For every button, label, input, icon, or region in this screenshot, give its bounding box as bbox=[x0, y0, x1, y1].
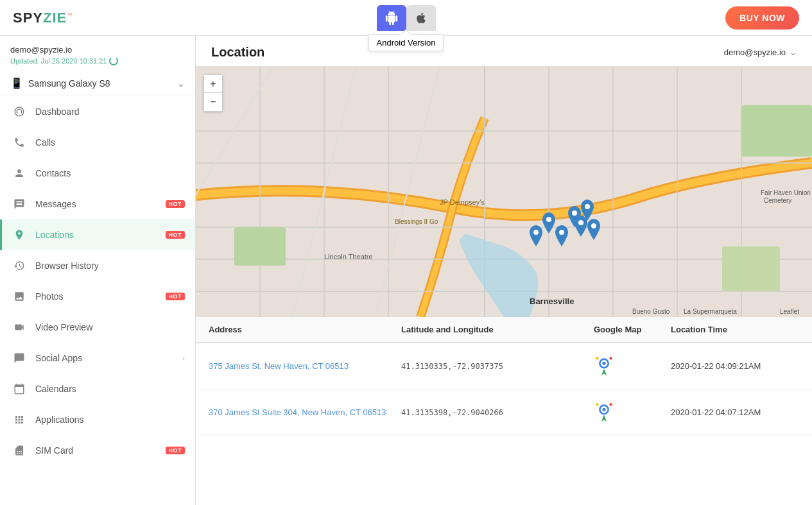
svg-rect-17 bbox=[234, 227, 286, 266]
sidebar-nav: Dashboard Calls Contacts Messages HOT bbox=[0, 96, 195, 466]
hot-badge: HOT bbox=[166, 200, 186, 208]
map-zoom-controls: + − bbox=[203, 74, 223, 112]
svg-text:Fair Haven Union: Fair Haven Union bbox=[761, 189, 811, 196]
photos-icon bbox=[12, 289, 26, 304]
svg-rect-18 bbox=[741, 105, 812, 157]
map-svg: JP Dempsey's Blessings II Go Lincoln The… bbox=[196, 67, 812, 317]
device-selector[interactable]: 📱 Samsung Galaxy S8 ⌄ bbox=[0, 71, 195, 96]
browser-history-icon bbox=[12, 259, 26, 273]
cell-address: 370 James St Suite 304, New Haven, CT 06… bbox=[209, 407, 401, 417]
sidebar-item-label: Contacts bbox=[35, 168, 185, 178]
sidebar-item-browser-history[interactable]: Browser History bbox=[0, 250, 195, 281]
google-maps-icon bbox=[594, 355, 614, 375]
user-email: demo@spyzie.io bbox=[724, 47, 786, 57]
sidebar-item-sim-card[interactable]: SIM Card HOT bbox=[0, 435, 195, 466]
svg-text:Bueno Gusto: Bueno Gusto bbox=[632, 308, 670, 315]
sidebar-user-info: demo@spyzie.io Updated: Jul 25 2020 10:3… bbox=[0, 36, 195, 71]
content-area: Location demo@spyzie.io ⌄ bbox=[196, 36, 812, 505]
svg-text:JP Dempsey's: JP Dempsey's bbox=[440, 198, 485, 206]
hot-badge: HOT bbox=[166, 231, 186, 239]
col-google-map: Google Map bbox=[594, 325, 671, 334]
hot-badge: HOT bbox=[166, 447, 186, 454]
ios-tab[interactable] bbox=[406, 5, 436, 31]
svg-point-34 bbox=[591, 223, 596, 228]
social-apps-icon bbox=[12, 351, 26, 365]
platform-switcher: Android Version bbox=[377, 5, 436, 31]
apple-icon bbox=[415, 12, 428, 24]
svg-text:Blessings II Go: Blessings II Go bbox=[395, 218, 438, 225]
sidebar-item-messages[interactable]: Messages HOT bbox=[0, 189, 195, 219]
calls-icon bbox=[12, 135, 26, 150]
sidebar-item-applications[interactable]: Applications bbox=[0, 404, 195, 435]
content-header: Location demo@spyzie.io ⌄ bbox=[196, 36, 812, 67]
hot-badge: HOT bbox=[166, 293, 186, 300]
svg-text:Barnesville: Barnesville bbox=[530, 296, 574, 306]
sidebar-item-label: Photos bbox=[35, 291, 162, 302]
svg-point-32 bbox=[585, 204, 590, 209]
android-icon bbox=[384, 11, 399, 25]
svg-point-29 bbox=[546, 217, 551, 222]
cell-coords: 41.3130335,-72.9037375 bbox=[401, 362, 594, 371]
sidebar-item-label: Locations bbox=[35, 230, 162, 240]
logo-text: SPYZIE™ bbox=[13, 10, 73, 26]
page-title: Location bbox=[211, 45, 264, 60]
sidebar-item-locations[interactable]: Locations HOT bbox=[0, 219, 195, 250]
sidebar-item-social-apps[interactable]: Social Apps › bbox=[0, 343, 195, 373]
table-row: 370 James St Suite 304, New Haven, CT 06… bbox=[196, 389, 812, 436]
refresh-icon[interactable] bbox=[109, 56, 118, 65]
sidebar-email: demo@spyzie.io bbox=[10, 45, 185, 55]
cell-address: 375 James St, New Haven, CT 06513 bbox=[209, 361, 401, 371]
col-address: Address bbox=[209, 325, 401, 334]
zoom-in-button[interactable]: + bbox=[204, 75, 222, 93]
applications-icon bbox=[12, 413, 26, 427]
svg-point-28 bbox=[533, 230, 539, 235]
table-row: 375 James St, New Haven, CT 06513 41.313… bbox=[196, 343, 812, 389]
sidebar-updated: Updated: Jul 25 2020 10:31:21 bbox=[10, 56, 185, 65]
svg-point-30 bbox=[559, 230, 564, 235]
device-icon: 📱 bbox=[10, 77, 23, 89]
cell-coords: 41.3135398,-72.9040266 bbox=[401, 408, 594, 417]
location-table: Address Latitude and Longitude Google Ma… bbox=[196, 317, 812, 505]
android-tab[interactable] bbox=[377, 5, 406, 31]
sidebar-item-photos[interactable]: Photos HOT bbox=[0, 281, 195, 312]
google-maps-icon bbox=[594, 401, 614, 422]
sidebar-item-label: Dashboard bbox=[35, 107, 185, 117]
col-location-time: Location Time bbox=[671, 325, 799, 334]
user-menu[interactable]: demo@spyzie.io ⌄ bbox=[724, 47, 797, 57]
messages-icon bbox=[12, 197, 26, 211]
sidebar-item-video-preview[interactable]: Video Preview bbox=[0, 312, 195, 343]
cell-map-link[interactable] bbox=[594, 355, 671, 377]
sidebar-item-label: Calendars bbox=[35, 384, 185, 394]
svg-rect-19 bbox=[722, 246, 780, 291]
zoom-out-button[interactable]: − bbox=[204, 93, 222, 111]
sidebar-item-contacts[interactable]: Contacts bbox=[0, 158, 195, 189]
map-container: JP Dempsey's Blessings II Go Lincoln The… bbox=[196, 67, 812, 317]
locations-icon bbox=[12, 228, 26, 242]
cell-map-link[interactable] bbox=[594, 401, 671, 424]
sidebar: demo@spyzie.io Updated: Jul 25 2020 10:3… bbox=[0, 36, 196, 505]
nav-arrow-icon: › bbox=[182, 354, 185, 363]
svg-point-33 bbox=[578, 220, 583, 225]
col-coords: Latitude and Longitude bbox=[401, 325, 594, 334]
sidebar-item-label: Social Apps bbox=[35, 353, 182, 363]
sidebar-item-label: Calls bbox=[35, 137, 185, 148]
contacts-icon bbox=[12, 166, 26, 180]
user-chevron-icon: ⌄ bbox=[790, 47, 797, 57]
sidebar-item-label: Browser History bbox=[35, 261, 185, 271]
logo: SPYZIE™ bbox=[13, 10, 73, 26]
platform-tabs bbox=[377, 5, 436, 31]
sidebar-item-label: Video Preview bbox=[35, 322, 185, 332]
svg-text:Cemetery: Cemetery bbox=[764, 197, 791, 204]
cell-time: 2020-01-22 04:09:21AM bbox=[671, 361, 799, 371]
calendars-icon bbox=[12, 382, 26, 396]
svg-text:La Supermarqueta: La Supermarqueta bbox=[684, 308, 737, 315]
sidebar-item-dashboard[interactable]: Dashboard bbox=[0, 96, 195, 127]
sidebar-item-label: SIM Card bbox=[35, 445, 162, 456]
video-icon bbox=[12, 320, 26, 334]
sidebar-item-calendars[interactable]: Calendars bbox=[0, 373, 195, 404]
sidebar-item-label: Applications bbox=[35, 415, 185, 425]
sidebar-item-calls[interactable]: Calls bbox=[0, 127, 195, 158]
cell-time: 2020-01-22 04:07:12AM bbox=[671, 407, 799, 417]
buy-now-button[interactable]: BUY NOW bbox=[725, 6, 799, 30]
svg-point-38 bbox=[602, 362, 605, 365]
